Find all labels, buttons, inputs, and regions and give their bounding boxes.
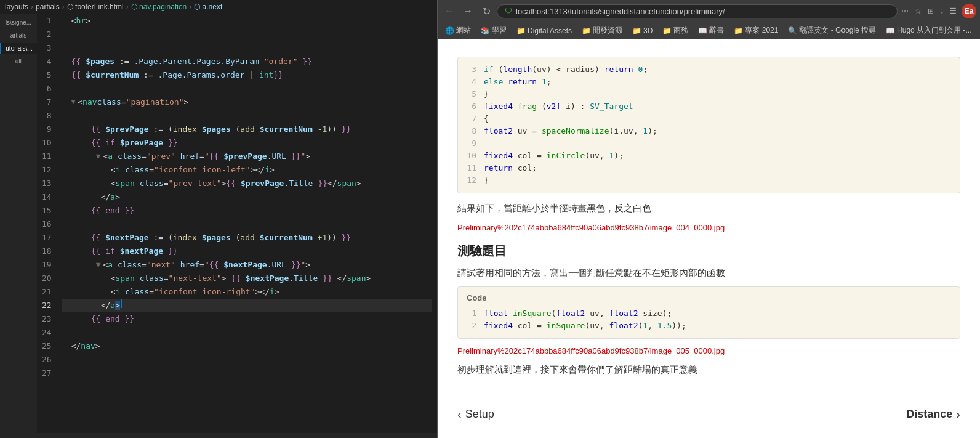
shader-line-5: 5 } — [467, 88, 951, 100]
code-line-17: {{ $nextPage := (index $pages (add $curr… — [62, 231, 432, 245]
code-line-16 — [62, 217, 432, 231]
shader-line-12: 12 } — [467, 174, 951, 187]
code-block-header: Code — [467, 293, 951, 302]
bookmark-dictionary[interactable]: 📖 辭書 — [696, 24, 726, 37]
code-line-3 — [62, 41, 432, 55]
shader-line-9: 9 — [467, 137, 951, 150]
breadcrumb: layouts › partials › ⬡ footerLink.html ›… — [0, 0, 437, 14]
pagination-nav: ‹ Setup Distance › — [457, 397, 960, 431]
pagination-next[interactable]: Distance › — [906, 407, 960, 421]
section-divider — [457, 387, 960, 387]
code-line-2 — [62, 28, 432, 41]
breadcrumb-partials: partials — [36, 2, 60, 11]
exercise-line-2: 2 fixed4 col = inSquare(uv, float2(1, 1.… — [467, 320, 951, 332]
editor-content: 1 2 3 4 5 6 7 8 9 10 11 12 13 14 15 16 1 — [37, 14, 437, 433]
shader-line-8: 8 float2 uv = spaceNormalize(i.uv, 1); — [467, 125, 951, 137]
profile-icon[interactable]: ☰ — [949, 6, 958, 17]
code-line-5: {{ $currentNum := .Page.Params.order | i… — [62, 68, 432, 82]
code-line-4: {{ $pages := .Page.Parent.Pages.ByParam … — [62, 55, 432, 68]
editor-scrollbar[interactable] — [0, 433, 437, 438]
code-line-6 — [62, 82, 432, 95]
address-bar[interactable]: 🛡 localhost:1313/tutorials/signeddistanc… — [497, 4, 898, 18]
bookmark-digital-assets[interactable]: 📁 Digital Assets — [514, 25, 574, 36]
next-label: Distance — [906, 408, 952, 421]
breadcrumb-file: ⬡ footerLink.html — [67, 2, 124, 11]
breadcrumb-nav: ⬡ nav.pagination — [131, 2, 187, 11]
code-line-22: </a> — [62, 299, 432, 312]
bookmark-star-icon[interactable]: ☆ — [914, 6, 923, 17]
code-line-11: ▼<a class="prev" href="{{ $prevPage.URL … — [62, 150, 432, 163]
editor-panel: layouts › partials › ⬡ footerLink.html ›… — [0, 0, 437, 438]
file-tab-2[interactable]: artials — [0, 30, 37, 41]
code-line-27 — [62, 367, 432, 380]
bookmarks-bar: 🌐 網站 📚 學習 📁 Digital Assets 📁 開發資源 📁 3D 📁… — [438, 22, 980, 39]
editor-sidebar-area: ls\signe... artials utorials\... ult 1 2… — [0, 14, 437, 433]
bookmark-3d[interactable]: 📁 3D — [630, 25, 655, 36]
file-tab-1[interactable]: ls\signe... — [0, 17, 37, 28]
code-line-14: </a> — [62, 190, 432, 204]
browser-content[interactable]: 3 if (length(uv) < radius) return 0; 4 e… — [438, 39, 980, 438]
reload-button[interactable]: ↻ — [478, 3, 494, 19]
file-tab-4[interactable]: ult — [0, 55, 37, 67]
code-line-23: {{ end }} — [62, 312, 432, 326]
forward-button[interactable]: → — [460, 3, 476, 19]
file-tabs: ls\signe... artials utorials\... ult — [0, 14, 37, 433]
bookmark-project2021[interactable]: 📁 專案 2021 — [731, 24, 781, 37]
exercise-description-text: 請試著用相同的方法，寫出一個判斷任意點在不在矩形內部的函數 — [457, 266, 960, 280]
breadcrumb-layouts: layouts — [5, 2, 28, 11]
code-line-24 — [62, 326, 432, 339]
app-layout: layouts › partials › ⬡ footerLink.html ›… — [0, 0, 980, 438]
code-block-shader-top: 3 if (length(uv) < radius) return 0; 4 e… — [457, 57, 960, 193]
code-editor-area[interactable]: <hr> {{ $pages := .Page.Parent.Pages.ByP… — [57, 14, 437, 433]
code-block-exercise: Code 1 float inSquare(float2 uv, float2 … — [457, 286, 960, 339]
shader-line-3: 3 if (length(uv) < radius) return 0; — [467, 63, 951, 76]
pagination-prev[interactable]: ‹ Setup — [457, 407, 494, 421]
code-line-20: <span class="next-text"> {{ $nextPage.Ti… — [62, 272, 432, 285]
bookmark-hugo[interactable]: 📖 Hugo 从入门到会用 -... — [883, 24, 974, 37]
result-description-text: 結果如下，當距離小於半徑時畫黑色，反之白色 — [457, 201, 960, 216]
bookmark-commerce[interactable]: 📁 商務 — [660, 24, 691, 37]
code-line-12: <i class="iconfont icon-left"></i> — [62, 163, 432, 177]
bookmark-learn[interactable]: 📚 學習 — [478, 24, 509, 37]
code-line-19: ▼<a class="next" href="{{ $nextPage.URL … — [62, 258, 432, 272]
exercise-heading: 測驗題目 — [457, 243, 960, 259]
prev-arrow-icon: ‹ — [457, 407, 462, 421]
extensions-icon[interactable]: ⋯ — [900, 6, 910, 17]
code-line-15: {{ end }} — [62, 204, 432, 217]
code-line-21: <i class="iconfont icon-right"></i> — [62, 285, 432, 299]
code-line-26 — [62, 353, 432, 367]
tab-menu-icon[interactable]: ⊞ — [926, 6, 935, 17]
code-line-10: {{ if $prevPage }} — [62, 136, 432, 150]
next-arrow-icon: › — [956, 407, 960, 421]
download-icon[interactable]: ↓ — [939, 6, 945, 17]
shader-line-6: 6 fixed4 frag (v2f i) : SV_Target — [467, 100, 951, 113]
security-shield-icon: 🛡 — [505, 7, 512, 15]
exercise-line-1: 1 float inSquare(float2 uv, float2 size)… — [467, 307, 951, 320]
code-line-13: <span class="prev-text">{{ $prevPage.Tit… — [62, 177, 432, 190]
shader-line-11: 11 return col; — [467, 162, 951, 174]
content-area: 3 if (length(uv) < radius) return 0; 4 e… — [438, 39, 980, 438]
back-button[interactable]: ← — [441, 3, 457, 19]
image-link-2[interactable]: Preliminary%202c174abbba684ffc90a06abd9f… — [457, 346, 725, 355]
image-link-1[interactable]: Preliminary%202c174abbba684ffc90a06abd9f… — [457, 223, 725, 232]
prev-label: Setup — [465, 408, 494, 421]
breadcrumb-anchor: ⬡ a.next — [194, 2, 222, 11]
file-tab-3[interactable]: utorials\... — [0, 43, 37, 54]
bookmark-dev-resources[interactable]: 📁 開發資源 — [579, 24, 625, 37]
bookmark-website[interactable]: 🌐 網站 — [443, 24, 473, 37]
shader-line-4: 4 else return 1; — [467, 76, 951, 88]
url-text: localhost:1313/tutorials/signeddistancef… — [516, 7, 725, 16]
bookmark-google-translate[interactable]: 🔍 翻譯英文 - Google 搜尋 — [785, 24, 878, 37]
line-numbers: 1 2 3 4 5 6 7 8 9 10 11 12 13 14 15 16 1 — [37, 14, 57, 433]
shader-line-10: 10 fixed4 col = inCircle(uv, 1); — [467, 150, 951, 162]
code-line-1: <hr> — [62, 14, 432, 28]
code-line-7: ▼<nav class="pagination"> — [62, 95, 432, 109]
browser-panel: ← → ↻ 🛡 localhost:1313/tutorials/signedd… — [437, 0, 980, 438]
shader-line-7: 7 { — [467, 113, 951, 125]
code-line-25: </nav> — [62, 339, 432, 353]
user-avatar[interactable]: Ea — [962, 4, 976, 18]
conclusion-text: 初步理解就到這裡，接下來會帶你們了解距離場的真正意義 — [457, 362, 960, 377]
code-line-18: {{ if $nextPage }} — [62, 245, 432, 258]
code-line-9: {{ $prevPage := (index $pages (add $curr… — [62, 123, 432, 136]
browser-toolbar: ← → ↻ 🛡 localhost:1313/tutorials/signedd… — [438, 0, 980, 22]
